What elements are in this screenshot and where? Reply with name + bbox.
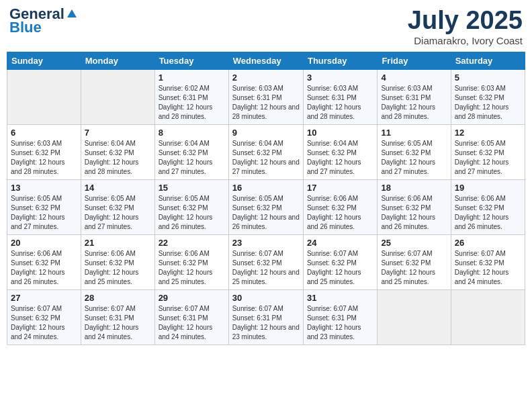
day-info: Sunrise: 6:05 AM Sunset: 6:32 PM Dayligh… bbox=[11, 194, 77, 232]
day-info: Sunrise: 6:05 AM Sunset: 6:32 PM Dayligh… bbox=[381, 139, 447, 177]
day-number: 27 bbox=[11, 293, 77, 303]
calendar-cell bbox=[81, 69, 154, 124]
calendar-cell: 5Sunrise: 6:03 AM Sunset: 6:32 PM Daylig… bbox=[451, 69, 525, 124]
calendar-week-row: 27Sunrise: 6:07 AM Sunset: 6:32 PM Dayli… bbox=[7, 289, 525, 345]
day-info: Sunrise: 6:06 AM Sunset: 6:32 PM Dayligh… bbox=[455, 194, 521, 232]
day-number: 16 bbox=[232, 183, 300, 193]
day-number: 11 bbox=[381, 128, 447, 138]
weekday-header: Thursday bbox=[303, 52, 377, 69]
day-info: Sunrise: 6:07 AM Sunset: 6:31 PM Dayligh… bbox=[307, 304, 373, 342]
day-number: 7 bbox=[85, 128, 151, 138]
day-number: 28 bbox=[85, 293, 151, 303]
calendar-cell: 26Sunrise: 6:07 AM Sunset: 6:32 PM Dayli… bbox=[451, 234, 525, 289]
calendar-cell: 30Sunrise: 6:07 AM Sunset: 6:31 PM Dayli… bbox=[228, 289, 303, 345]
day-number: 12 bbox=[455, 128, 521, 138]
calendar-cell: 3Sunrise: 6:03 AM Sunset: 6:31 PM Daylig… bbox=[303, 69, 377, 124]
calendar-cell: 28Sunrise: 6:07 AM Sunset: 6:31 PM Dayli… bbox=[81, 289, 154, 345]
calendar-cell: 7Sunrise: 6:04 AM Sunset: 6:32 PM Daylig… bbox=[81, 124, 154, 179]
weekday-header: Friday bbox=[378, 52, 451, 69]
calendar-cell: 21Sunrise: 6:06 AM Sunset: 6:32 PM Dayli… bbox=[81, 234, 154, 289]
day-info: Sunrise: 6:07 AM Sunset: 6:32 PM Dayligh… bbox=[381, 249, 447, 287]
day-number: 30 bbox=[232, 293, 300, 303]
calendar-cell: 6Sunrise: 6:03 AM Sunset: 6:32 PM Daylig… bbox=[7, 124, 81, 179]
day-info: Sunrise: 6:03 AM Sunset: 6:32 PM Dayligh… bbox=[455, 84, 521, 122]
calendar-cell: 2Sunrise: 6:03 AM Sunset: 6:31 PM Daylig… bbox=[228, 69, 303, 124]
day-number: 20 bbox=[11, 238, 77, 248]
day-info: Sunrise: 6:07 AM Sunset: 6:31 PM Dayligh… bbox=[159, 304, 225, 342]
day-info: Sunrise: 6:04 AM Sunset: 6:32 PM Dayligh… bbox=[307, 139, 373, 177]
day-info: Sunrise: 6:06 AM Sunset: 6:32 PM Dayligh… bbox=[159, 249, 225, 287]
calendar-cell: 13Sunrise: 6:05 AM Sunset: 6:32 PM Dayli… bbox=[7, 179, 81, 234]
day-number: 29 bbox=[159, 293, 225, 303]
logo-icon bbox=[66, 8, 78, 20]
logo-blue: Blue bbox=[9, 19, 42, 36]
calendar-cell: 24Sunrise: 6:07 AM Sunset: 6:32 PM Dayli… bbox=[303, 234, 377, 289]
day-info: Sunrise: 6:03 AM Sunset: 6:31 PM Dayligh… bbox=[307, 84, 373, 122]
day-info: Sunrise: 6:03 AM Sunset: 6:31 PM Dayligh… bbox=[232, 84, 300, 122]
day-info: Sunrise: 6:07 AM Sunset: 6:32 PM Dayligh… bbox=[307, 249, 373, 287]
weekday-header: Tuesday bbox=[154, 52, 228, 69]
day-info: Sunrise: 6:02 AM Sunset: 6:31 PM Dayligh… bbox=[159, 84, 225, 122]
day-info: Sunrise: 6:07 AM Sunset: 6:31 PM Dayligh… bbox=[85, 304, 151, 342]
calendar-cell: 29Sunrise: 6:07 AM Sunset: 6:31 PM Dayli… bbox=[154, 289, 228, 345]
day-number: 3 bbox=[307, 73, 373, 83]
day-number: 8 bbox=[159, 128, 225, 138]
calendar-cell: 27Sunrise: 6:07 AM Sunset: 6:32 PM Dayli… bbox=[7, 289, 81, 345]
day-number: 17 bbox=[307, 183, 373, 193]
calendar-week-row: 13Sunrise: 6:05 AM Sunset: 6:32 PM Dayli… bbox=[7, 179, 525, 234]
day-number: 9 bbox=[232, 128, 300, 138]
calendar-week-row: 6Sunrise: 6:03 AM Sunset: 6:32 PM Daylig… bbox=[7, 124, 525, 179]
calendar-cell: 25Sunrise: 6:07 AM Sunset: 6:32 PM Dayli… bbox=[378, 234, 451, 289]
calendar-cell: 1Sunrise: 6:02 AM Sunset: 6:31 PM Daylig… bbox=[154, 69, 228, 124]
weekday-header: Monday bbox=[81, 52, 154, 69]
calendar-cell: 31Sunrise: 6:07 AM Sunset: 6:31 PM Dayli… bbox=[303, 289, 377, 345]
calendar-cell: 15Sunrise: 6:05 AM Sunset: 6:32 PM Dayli… bbox=[154, 179, 228, 234]
calendar-cell: 9Sunrise: 6:04 AM Sunset: 6:32 PM Daylig… bbox=[228, 124, 303, 179]
day-info: Sunrise: 6:07 AM Sunset: 6:32 PM Dayligh… bbox=[11, 304, 77, 342]
day-number: 5 bbox=[455, 73, 521, 83]
day-number: 23 bbox=[232, 238, 300, 248]
calendar-cell: 16Sunrise: 6:05 AM Sunset: 6:32 PM Dayli… bbox=[228, 179, 303, 234]
svg-marker-0 bbox=[67, 9, 77, 17]
day-number: 10 bbox=[307, 128, 373, 138]
day-info: Sunrise: 6:05 AM Sunset: 6:32 PM Dayligh… bbox=[159, 194, 225, 232]
calendar-cell bbox=[378, 289, 451, 345]
calendar-cell: 19Sunrise: 6:06 AM Sunset: 6:32 PM Dayli… bbox=[451, 179, 525, 234]
day-info: Sunrise: 6:06 AM Sunset: 6:32 PM Dayligh… bbox=[11, 249, 77, 287]
day-info: Sunrise: 6:07 AM Sunset: 6:32 PM Dayligh… bbox=[455, 249, 521, 287]
logo: General Blue bbox=[9, 7, 79, 36]
calendar: SundayMondayTuesdayWednesdayThursdayFrid… bbox=[7, 52, 525, 345]
calendar-week-row: 20Sunrise: 6:06 AM Sunset: 6:32 PM Dayli… bbox=[7, 234, 525, 289]
day-number: 26 bbox=[455, 238, 521, 248]
day-info: Sunrise: 6:06 AM Sunset: 6:32 PM Dayligh… bbox=[85, 249, 151, 287]
day-number: 6 bbox=[11, 128, 77, 138]
calendar-cell: 12Sunrise: 6:05 AM Sunset: 6:32 PM Dayli… bbox=[451, 124, 525, 179]
location: Diamarakro, Ivory Coast bbox=[408, 35, 523, 46]
day-number: 18 bbox=[381, 183, 447, 193]
calendar-cell bbox=[451, 289, 525, 345]
day-info: Sunrise: 6:05 AM Sunset: 6:32 PM Dayligh… bbox=[85, 194, 151, 232]
day-info: Sunrise: 6:04 AM Sunset: 6:32 PM Dayligh… bbox=[85, 139, 151, 177]
calendar-cell: 11Sunrise: 6:05 AM Sunset: 6:32 PM Dayli… bbox=[378, 124, 451, 179]
day-number: 25 bbox=[381, 238, 447, 248]
day-number: 2 bbox=[232, 73, 300, 83]
day-info: Sunrise: 6:07 AM Sunset: 6:32 PM Dayligh… bbox=[232, 249, 300, 287]
day-number: 13 bbox=[11, 183, 77, 193]
month-title: July 2025 bbox=[408, 7, 523, 35]
day-info: Sunrise: 6:03 AM Sunset: 6:32 PM Dayligh… bbox=[11, 139, 77, 177]
calendar-cell: 4Sunrise: 6:03 AM Sunset: 6:31 PM Daylig… bbox=[378, 69, 451, 124]
calendar-cell bbox=[7, 69, 81, 124]
title-area: July 2025 Diamarakro, Ivory Coast bbox=[408, 7, 523, 46]
calendar-cell: 20Sunrise: 6:06 AM Sunset: 6:32 PM Dayli… bbox=[7, 234, 81, 289]
day-number: 19 bbox=[455, 183, 521, 193]
day-number: 1 bbox=[159, 73, 225, 83]
day-number: 15 bbox=[159, 183, 225, 193]
day-info: Sunrise: 6:05 AM Sunset: 6:32 PM Dayligh… bbox=[232, 194, 300, 232]
page-header: General Blue July 2025 Diamarakro, Ivory… bbox=[7, 7, 525, 46]
day-number: 21 bbox=[85, 238, 151, 248]
calendar-cell: 23Sunrise: 6:07 AM Sunset: 6:32 PM Dayli… bbox=[228, 234, 303, 289]
calendar-cell: 8Sunrise: 6:04 AM Sunset: 6:32 PM Daylig… bbox=[154, 124, 228, 179]
weekday-header: Wednesday bbox=[228, 52, 303, 69]
day-number: 24 bbox=[307, 238, 373, 248]
day-number: 4 bbox=[381, 73, 447, 83]
